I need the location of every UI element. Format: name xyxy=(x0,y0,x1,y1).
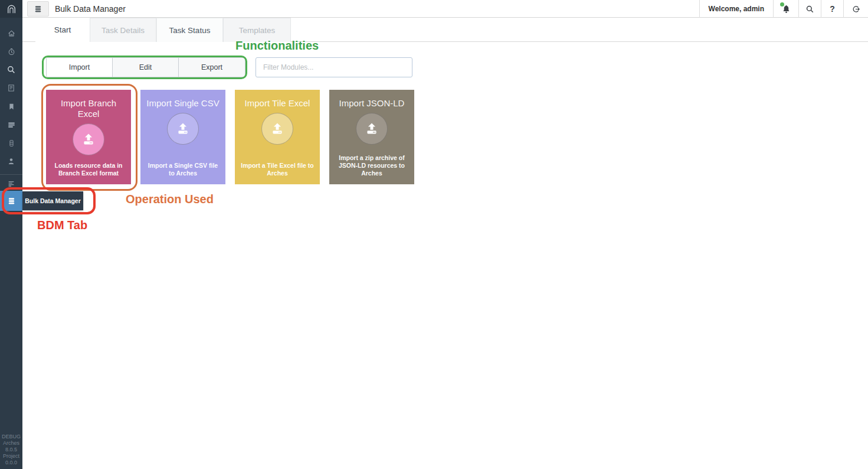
version-line: 0.0.0 xyxy=(0,460,22,466)
tabs: Start Task Details Task Status Templates xyxy=(35,18,291,42)
module-description: Import a Single CSV file to Arches xyxy=(140,162,225,177)
arches-logo[interactable] xyxy=(0,0,22,18)
welcome-user[interactable]: Welcome, admin xyxy=(699,0,773,18)
filter-modules-input[interactable] xyxy=(256,57,412,77)
module-title: Import Tile Excel xyxy=(240,98,315,109)
table-rows-icon xyxy=(7,120,16,129)
header-actions: Welcome, admin ? xyxy=(699,0,868,18)
module-card-import-single-csv[interactable]: Import Single CSV Import a Single CSV fi… xyxy=(140,90,225,184)
user-icon xyxy=(7,157,15,165)
align-left-icon xyxy=(7,180,15,188)
sidebar-divider xyxy=(0,174,22,175)
annotation-bdm-tab-label: BDM Tab xyxy=(37,219,87,232)
version-info: DEBUG Arches 8.0.5 Project 0.0.0 xyxy=(0,434,22,466)
notification-status-dot xyxy=(780,2,784,6)
logout-button[interactable] xyxy=(843,0,868,18)
arch-icon xyxy=(5,3,18,15)
version-line: DEBUG xyxy=(0,434,22,440)
logout-icon xyxy=(851,5,860,14)
module-card-import-branch-excel[interactable]: Import Branch Excel Loads resource data … xyxy=(46,90,131,184)
segment-edit[interactable]: Edit xyxy=(113,58,179,77)
notifications-button[interactable] xyxy=(773,0,798,18)
segment-import[interactable]: Import xyxy=(47,58,113,77)
upload-icon xyxy=(81,132,96,147)
sidebar-item-bookmarks[interactable] xyxy=(0,99,22,113)
module-description: Import a zip archive of JSON-LD resource… xyxy=(329,154,414,177)
sidebar-item-cards[interactable] xyxy=(0,81,22,95)
upload-circle xyxy=(261,113,293,145)
server-icon xyxy=(8,139,15,147)
module-description: Import a Tile Excel file to Arches xyxy=(235,162,320,177)
module-title: Import JSON-LD xyxy=(335,98,410,109)
card-icon xyxy=(7,84,15,92)
upload-icon xyxy=(175,121,191,136)
page-title: Bulk Data Manager xyxy=(55,0,126,18)
search-button[interactable] xyxy=(798,0,821,18)
version-line: 8.0.5 xyxy=(0,447,22,453)
database-icon xyxy=(34,5,42,14)
module-description: Loads resource data in Branch Excel form… xyxy=(46,162,131,177)
sidebar-item-search[interactable] xyxy=(0,63,22,77)
sidebar-item-resource-list[interactable] xyxy=(0,118,22,132)
database-icon xyxy=(7,197,16,206)
home-icon xyxy=(7,29,16,38)
help-button[interactable]: ? xyxy=(821,0,843,18)
upload-icon xyxy=(270,121,285,136)
version-line: Arches xyxy=(0,440,22,447)
module-icon-button[interactable] xyxy=(27,1,49,17)
sidebar-item-bulk-data-manager[interactable] xyxy=(0,191,22,211)
top-header: Bulk Data Manager Welcome, admin ? xyxy=(22,0,868,18)
annotation-operation-used-label: Operation Used xyxy=(126,193,214,206)
upload-circle xyxy=(73,123,104,155)
sidebar: DEBUG Arches 8.0.5 Project 0.0.0 xyxy=(0,0,22,469)
operation-segmented-control: Import Edit Export xyxy=(46,57,245,77)
module-card-import-tile-excel[interactable]: Import Tile Excel Import a Tile Excel fi… xyxy=(235,90,320,184)
annotation-functionalities-label: Functionalities xyxy=(235,39,319,53)
sidebar-item-collections[interactable] xyxy=(0,136,22,150)
sidebar-item-profile[interactable] xyxy=(0,154,22,168)
tab-templates[interactable]: Templates xyxy=(223,18,291,42)
search-icon xyxy=(6,65,16,74)
clock-icon xyxy=(7,47,16,56)
upload-circle xyxy=(356,113,388,145)
module-title: Import Single CSV xyxy=(142,98,224,109)
sidebar-item-plugins[interactable] xyxy=(0,177,22,191)
tab-bar: Start Task Details Task Status Templates xyxy=(22,18,868,42)
tab-start[interactable]: Start xyxy=(35,18,90,42)
bdm-sidebar-tooltip: Bulk Data Manager xyxy=(22,191,83,210)
module-card-import-json-ld[interactable]: Import JSON-LD Import a zip archive of J… xyxy=(329,90,414,184)
module-title: Import Branch Excel xyxy=(46,98,131,119)
tab-task-details[interactable]: Task Details xyxy=(90,18,156,42)
sidebar-item-home[interactable] xyxy=(0,26,22,40)
upload-icon xyxy=(364,121,379,136)
version-line: Project xyxy=(0,453,22,460)
bulk-data-manager-page: DEBUG Arches 8.0.5 Project 0.0.0 Bulk Da… xyxy=(0,0,868,469)
search-icon xyxy=(805,5,814,14)
tab-task-status[interactable]: Task Status xyxy=(156,18,223,42)
sidebar-item-recent[interactable] xyxy=(0,44,22,58)
bookmark-icon xyxy=(8,103,15,110)
segment-export[interactable]: Export xyxy=(179,58,245,77)
upload-circle xyxy=(167,113,199,145)
